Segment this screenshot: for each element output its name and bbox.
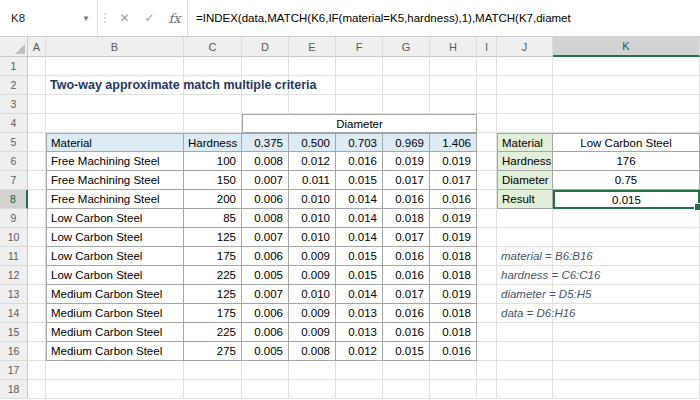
cell-K2[interactable] — [553, 76, 700, 95]
cell-B12[interactable]: Low Carbon Steel — [46, 266, 184, 285]
cell-D10[interactable]: 0.007 — [242, 228, 289, 247]
cell-B11[interactable]: Low Carbon Steel — [46, 247, 184, 266]
cell-C8[interactable]: 200 — [184, 190, 242, 209]
cell-F6[interactable]: 0.016 — [336, 152, 383, 171]
cell-D6[interactable]: 0.008 — [242, 152, 289, 171]
cell-G12[interactable]: 0.016 — [383, 266, 430, 285]
cell-I1[interactable] — [477, 57, 497, 76]
cell-G3[interactable] — [383, 95, 430, 114]
cell-B6[interactable]: Free Machining Steel — [46, 152, 184, 171]
cell-F2[interactable] — [336, 76, 383, 95]
cell-H12[interactable]: 0.018 — [430, 266, 477, 285]
cell-B1[interactable] — [46, 57, 184, 76]
cell-J9[interactable] — [497, 209, 553, 228]
lookup-value-5[interactable]: Low Carbon Steel — [553, 133, 700, 152]
cell-G14[interactable]: 0.016 — [383, 304, 430, 323]
cell-B15[interactable]: Medium Carbon Steel — [46, 323, 184, 342]
cell-I6[interactable] — [477, 152, 497, 171]
cell-J17[interactable] — [497, 361, 553, 380]
cell-G7[interactable]: 0.017 — [383, 171, 430, 190]
cell-H14[interactable]: 0.018 — [430, 304, 477, 323]
cell-E15[interactable]: 0.009 — [289, 323, 336, 342]
cell-A12[interactable] — [28, 266, 46, 285]
cell-I5[interactable] — [477, 133, 497, 152]
formula-input[interactable]: =INDEX(data,MATCH(K6,IF(material=K5,hard… — [188, 0, 700, 36]
row-header-16[interactable]: 16 — [0, 342, 28, 361]
cell-E8[interactable]: 0.010 — [289, 190, 336, 209]
row-header-10[interactable]: 10 — [0, 228, 28, 247]
cell-I3[interactable] — [477, 95, 497, 114]
table-header-G5[interactable]: 0.969 — [383, 133, 430, 152]
cell-C11[interactable]: 175 — [184, 247, 242, 266]
cell-H3[interactable] — [430, 95, 477, 114]
column-header-K[interactable]: K — [553, 37, 700, 57]
cell-C10[interactable]: 125 — [184, 228, 242, 247]
cell-A16[interactable] — [28, 342, 46, 361]
cell-B9[interactable]: Low Carbon Steel — [46, 209, 184, 228]
cell-A5[interactable] — [28, 133, 46, 152]
named-range-note-3[interactable]: diameter = D5:H5 — [497, 285, 553, 304]
cell-A3[interactable] — [28, 95, 46, 114]
cell-K15[interactable] — [553, 323, 700, 342]
cell-F17[interactable] — [336, 361, 383, 380]
column-header-E[interactable]: E — [289, 37, 336, 57]
cell-I15[interactable] — [477, 323, 497, 342]
cell-J2[interactable] — [497, 76, 553, 95]
row-header-6[interactable]: 6 — [0, 152, 28, 171]
named-range-note-1[interactable]: material = B6:B16 — [497, 247, 553, 266]
cell-F8[interactable]: 0.014 — [336, 190, 383, 209]
row-header-13[interactable]: 13 — [0, 285, 28, 304]
cell-I13[interactable] — [477, 285, 497, 304]
column-header-D[interactable]: D — [242, 37, 289, 57]
row-header-2[interactable]: 2 — [0, 76, 28, 95]
cell-C4[interactable] — [184, 114, 242, 133]
cell-A13[interactable] — [28, 285, 46, 304]
cell-B16[interactable]: Medium Carbon Steel — [46, 342, 184, 361]
cell-F13[interactable]: 0.014 — [336, 285, 383, 304]
cell-F1[interactable] — [336, 57, 383, 76]
cell-E13[interactable]: 0.010 — [289, 285, 336, 304]
cell-A4[interactable] — [28, 114, 46, 133]
cell-H17[interactable] — [430, 361, 477, 380]
cell-J10[interactable] — [497, 228, 553, 247]
cell-I8[interactable] — [477, 190, 497, 209]
column-header-H[interactable]: H — [430, 37, 477, 57]
cell-E11[interactable]: 0.009 — [289, 247, 336, 266]
cell-E18[interactable] — [289, 380, 336, 399]
cell-F12[interactable]: 0.015 — [336, 266, 383, 285]
cell-A9[interactable] — [28, 209, 46, 228]
cell-I10[interactable] — [477, 228, 497, 247]
cell-F15[interactable]: 0.013 — [336, 323, 383, 342]
cell-B10[interactable]: Low Carbon Steel — [46, 228, 184, 247]
cell-H1[interactable] — [430, 57, 477, 76]
cell-G9[interactable]: 0.018 — [383, 209, 430, 228]
lookup-value-7[interactable]: 0.75 — [553, 171, 700, 190]
cell-I14[interactable] — [477, 304, 497, 323]
cell-D7[interactable]: 0.007 — [242, 171, 289, 190]
cell-D13[interactable]: 0.007 — [242, 285, 289, 304]
row-header-14[interactable]: 14 — [0, 304, 28, 323]
cell-B13[interactable]: Medium Carbon Steel — [46, 285, 184, 304]
cell-A18[interactable] — [28, 380, 46, 399]
sheet-title[interactable]: Two-way approximate match multiple crite… — [46, 76, 184, 95]
cell-A14[interactable] — [28, 304, 46, 323]
cell-G2[interactable] — [383, 76, 430, 95]
cell-K1[interactable] — [553, 57, 700, 76]
select-all-corner[interactable] — [0, 37, 28, 57]
named-range-note-2[interactable]: hardness = C6:C16 — [497, 266, 553, 285]
cell-B7[interactable]: Free Machining Steel — [46, 171, 184, 190]
row-header-5[interactable]: 5 — [0, 133, 28, 152]
named-range-note-4[interactable]: data = D6:H16 — [497, 304, 553, 323]
cell-F18[interactable] — [336, 380, 383, 399]
cell-F14[interactable]: 0.013 — [336, 304, 383, 323]
table-header-B5[interactable]: Material — [46, 133, 184, 152]
cell-C15[interactable]: 225 — [184, 323, 242, 342]
cell-K17[interactable] — [553, 361, 700, 380]
cell-D9[interactable]: 0.008 — [242, 209, 289, 228]
cell-D12[interactable]: 0.005 — [242, 266, 289, 285]
row-header-12[interactable]: 12 — [0, 266, 28, 285]
cell-H8[interactable]: 0.016 — [430, 190, 477, 209]
cell-F16[interactable]: 0.012 — [336, 342, 383, 361]
cell-G16[interactable]: 0.015 — [383, 342, 430, 361]
cell-H7[interactable]: 0.017 — [430, 171, 477, 190]
